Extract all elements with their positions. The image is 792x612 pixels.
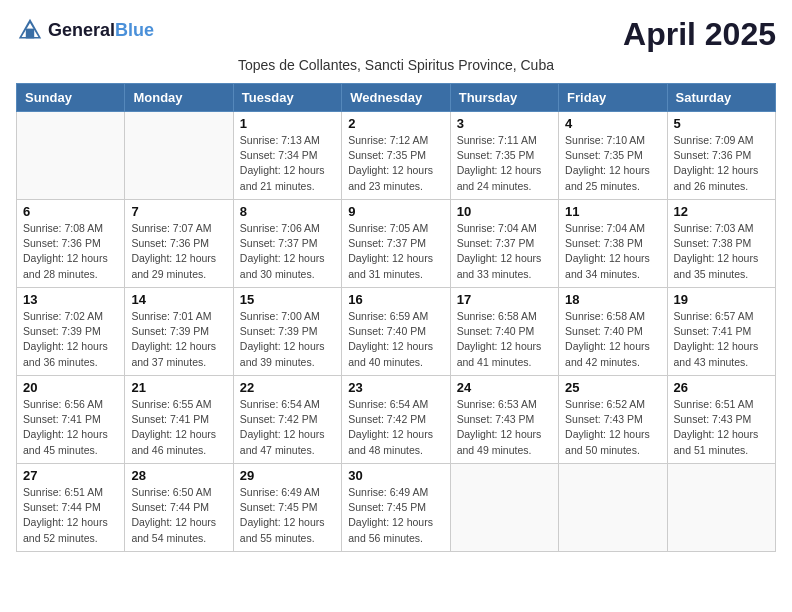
calendar-cell: 6Sunrise: 7:08 AM Sunset: 7:36 PM Daylig… — [17, 200, 125, 288]
calendar-cell: 20Sunrise: 6:56 AM Sunset: 7:41 PM Dayli… — [17, 376, 125, 464]
day-detail: Sunrise: 7:10 AM Sunset: 7:35 PM Dayligh… — [565, 133, 660, 194]
calendar-body: 1Sunrise: 7:13 AM Sunset: 7:34 PM Daylig… — [17, 112, 776, 552]
day-number: 21 — [131, 380, 226, 395]
day-detail: Sunrise: 6:54 AM Sunset: 7:42 PM Dayligh… — [240, 397, 335, 458]
calendar-cell: 15Sunrise: 7:00 AM Sunset: 7:39 PM Dayli… — [233, 288, 341, 376]
day-detail: Sunrise: 6:55 AM Sunset: 7:41 PM Dayligh… — [131, 397, 226, 458]
day-detail: Sunrise: 6:49 AM Sunset: 7:45 PM Dayligh… — [240, 485, 335, 546]
page-header: GeneralBlue April 2025 — [16, 16, 776, 53]
week-row-1: 1Sunrise: 7:13 AM Sunset: 7:34 PM Daylig… — [17, 112, 776, 200]
logo-general: General — [48, 20, 115, 40]
page-title: April 2025 — [623, 16, 776, 53]
day-number: 29 — [240, 468, 335, 483]
day-detail: Sunrise: 7:11 AM Sunset: 7:35 PM Dayligh… — [457, 133, 552, 194]
week-row-2: 6Sunrise: 7:08 AM Sunset: 7:36 PM Daylig… — [17, 200, 776, 288]
day-header-thursday: Thursday — [450, 84, 558, 112]
day-header-saturday: Saturday — [667, 84, 775, 112]
day-detail: Sunrise: 7:06 AM Sunset: 7:37 PM Dayligh… — [240, 221, 335, 282]
calendar-cell: 13Sunrise: 7:02 AM Sunset: 7:39 PM Dayli… — [17, 288, 125, 376]
day-number: 19 — [674, 292, 769, 307]
day-detail: Sunrise: 7:13 AM Sunset: 7:34 PM Dayligh… — [240, 133, 335, 194]
calendar-cell — [17, 112, 125, 200]
page-subtitle: Topes de Collantes, Sancti Spiritus Prov… — [16, 57, 776, 73]
calendar-cell: 30Sunrise: 6:49 AM Sunset: 7:45 PM Dayli… — [342, 464, 450, 552]
week-row-5: 27Sunrise: 6:51 AM Sunset: 7:44 PM Dayli… — [17, 464, 776, 552]
day-detail: Sunrise: 6:51 AM Sunset: 7:43 PM Dayligh… — [674, 397, 769, 458]
calendar-cell — [559, 464, 667, 552]
day-number: 24 — [457, 380, 552, 395]
days-of-week-row: SundayMondayTuesdayWednesdayThursdayFrid… — [17, 84, 776, 112]
day-number: 10 — [457, 204, 552, 219]
calendar-cell — [450, 464, 558, 552]
day-number: 12 — [674, 204, 769, 219]
day-detail: Sunrise: 7:09 AM Sunset: 7:36 PM Dayligh… — [674, 133, 769, 194]
day-detail: Sunrise: 6:49 AM Sunset: 7:45 PM Dayligh… — [348, 485, 443, 546]
day-detail: Sunrise: 6:58 AM Sunset: 7:40 PM Dayligh… — [565, 309, 660, 370]
calendar-table: SundayMondayTuesdayWednesdayThursdayFrid… — [16, 83, 776, 552]
day-number: 30 — [348, 468, 443, 483]
day-number: 28 — [131, 468, 226, 483]
calendar-cell: 10Sunrise: 7:04 AM Sunset: 7:37 PM Dayli… — [450, 200, 558, 288]
calendar-cell: 16Sunrise: 6:59 AM Sunset: 7:40 PM Dayli… — [342, 288, 450, 376]
calendar-cell: 28Sunrise: 6:50 AM Sunset: 7:44 PM Dayli… — [125, 464, 233, 552]
day-number: 7 — [131, 204, 226, 219]
calendar-cell: 26Sunrise: 6:51 AM Sunset: 7:43 PM Dayli… — [667, 376, 775, 464]
calendar-header: SundayMondayTuesdayWednesdayThursdayFrid… — [17, 84, 776, 112]
calendar-cell: 18Sunrise: 6:58 AM Sunset: 7:40 PM Dayli… — [559, 288, 667, 376]
day-number: 22 — [240, 380, 335, 395]
day-detail: Sunrise: 6:54 AM Sunset: 7:42 PM Dayligh… — [348, 397, 443, 458]
day-header-monday: Monday — [125, 84, 233, 112]
calendar-cell: 19Sunrise: 6:57 AM Sunset: 7:41 PM Dayli… — [667, 288, 775, 376]
calendar-cell: 27Sunrise: 6:51 AM Sunset: 7:44 PM Dayli… — [17, 464, 125, 552]
day-header-tuesday: Tuesday — [233, 84, 341, 112]
day-number: 5 — [674, 116, 769, 131]
logo-blue: Blue — [115, 20, 154, 40]
calendar-cell: 21Sunrise: 6:55 AM Sunset: 7:41 PM Dayli… — [125, 376, 233, 464]
day-detail: Sunrise: 7:12 AM Sunset: 7:35 PM Dayligh… — [348, 133, 443, 194]
day-number: 4 — [565, 116, 660, 131]
calendar-cell: 2Sunrise: 7:12 AM Sunset: 7:35 PM Daylig… — [342, 112, 450, 200]
calendar-cell: 9Sunrise: 7:05 AM Sunset: 7:37 PM Daylig… — [342, 200, 450, 288]
day-detail: Sunrise: 6:51 AM Sunset: 7:44 PM Dayligh… — [23, 485, 118, 546]
day-detail: Sunrise: 6:52 AM Sunset: 7:43 PM Dayligh… — [565, 397, 660, 458]
day-detail: Sunrise: 6:50 AM Sunset: 7:44 PM Dayligh… — [131, 485, 226, 546]
day-number: 16 — [348, 292, 443, 307]
week-row-3: 13Sunrise: 7:02 AM Sunset: 7:39 PM Dayli… — [17, 288, 776, 376]
calendar-cell: 14Sunrise: 7:01 AM Sunset: 7:39 PM Dayli… — [125, 288, 233, 376]
day-detail: Sunrise: 7:00 AM Sunset: 7:39 PM Dayligh… — [240, 309, 335, 370]
day-number: 11 — [565, 204, 660, 219]
day-detail: Sunrise: 7:03 AM Sunset: 7:38 PM Dayligh… — [674, 221, 769, 282]
day-number: 18 — [565, 292, 660, 307]
day-number: 3 — [457, 116, 552, 131]
week-row-4: 20Sunrise: 6:56 AM Sunset: 7:41 PM Dayli… — [17, 376, 776, 464]
day-detail: Sunrise: 7:02 AM Sunset: 7:39 PM Dayligh… — [23, 309, 118, 370]
day-number: 27 — [23, 468, 118, 483]
calendar-cell: 17Sunrise: 6:58 AM Sunset: 7:40 PM Dayli… — [450, 288, 558, 376]
day-detail: Sunrise: 6:56 AM Sunset: 7:41 PM Dayligh… — [23, 397, 118, 458]
calendar-cell: 24Sunrise: 6:53 AM Sunset: 7:43 PM Dayli… — [450, 376, 558, 464]
day-header-sunday: Sunday — [17, 84, 125, 112]
calendar-cell: 12Sunrise: 7:03 AM Sunset: 7:38 PM Dayli… — [667, 200, 775, 288]
day-number: 20 — [23, 380, 118, 395]
day-number: 9 — [348, 204, 443, 219]
day-detail: Sunrise: 7:05 AM Sunset: 7:37 PM Dayligh… — [348, 221, 443, 282]
day-number: 17 — [457, 292, 552, 307]
day-detail: Sunrise: 6:59 AM Sunset: 7:40 PM Dayligh… — [348, 309, 443, 370]
calendar-cell: 3Sunrise: 7:11 AM Sunset: 7:35 PM Daylig… — [450, 112, 558, 200]
calendar-cell: 22Sunrise: 6:54 AM Sunset: 7:42 PM Dayli… — [233, 376, 341, 464]
calendar-cell: 25Sunrise: 6:52 AM Sunset: 7:43 PM Dayli… — [559, 376, 667, 464]
day-number: 1 — [240, 116, 335, 131]
day-detail: Sunrise: 6:58 AM Sunset: 7:40 PM Dayligh… — [457, 309, 552, 370]
day-number: 2 — [348, 116, 443, 131]
day-detail: Sunrise: 7:01 AM Sunset: 7:39 PM Dayligh… — [131, 309, 226, 370]
calendar-cell: 4Sunrise: 7:10 AM Sunset: 7:35 PM Daylig… — [559, 112, 667, 200]
day-header-wednesday: Wednesday — [342, 84, 450, 112]
calendar-cell — [667, 464, 775, 552]
day-detail: Sunrise: 7:04 AM Sunset: 7:38 PM Dayligh… — [565, 221, 660, 282]
calendar-cell: 7Sunrise: 7:07 AM Sunset: 7:36 PM Daylig… — [125, 200, 233, 288]
calendar-cell: 1Sunrise: 7:13 AM Sunset: 7:34 PM Daylig… — [233, 112, 341, 200]
day-detail: Sunrise: 7:04 AM Sunset: 7:37 PM Dayligh… — [457, 221, 552, 282]
calendar-cell: 8Sunrise: 7:06 AM Sunset: 7:37 PM Daylig… — [233, 200, 341, 288]
day-detail: Sunrise: 7:08 AM Sunset: 7:36 PM Dayligh… — [23, 221, 118, 282]
day-number: 15 — [240, 292, 335, 307]
